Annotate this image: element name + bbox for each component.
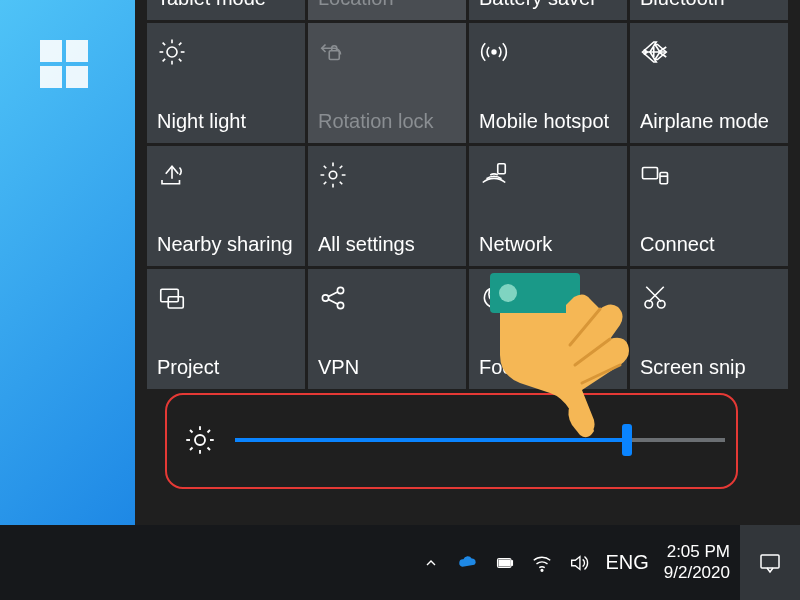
slider-track[interactable] [235, 438, 725, 442]
tile-label: Battery saver [479, 0, 619, 10]
language-indicator[interactable]: ENG [605, 551, 648, 574]
svg-rect-42 [761, 555, 779, 568]
svg-rect-9 [329, 51, 339, 60]
snip-icon [640, 283, 670, 313]
gear-icon [318, 160, 348, 190]
system-tray: ENG 2:05 PM 9/2/2020 [420, 525, 730, 600]
tile-label: Nearby sharing [157, 233, 297, 256]
brightness-icon [185, 425, 215, 455]
svg-line-32 [190, 430, 193, 433]
tile-screen-snip[interactable]: Screen snip [630, 269, 788, 389]
tile-project[interactable]: Project [147, 269, 305, 389]
svg-point-10 [492, 50, 496, 54]
tile-label: Bluetooth [640, 0, 780, 10]
svg-line-7 [163, 59, 166, 62]
tile-battery-saver[interactable]: Battery saver [469, 0, 627, 20]
moon-icon [479, 283, 509, 313]
tile-nearby-sharing[interactable]: Nearby sharing [147, 146, 305, 266]
action-center-button[interactable] [740, 525, 800, 600]
tray-overflow-chevron-icon[interactable] [420, 552, 442, 574]
tile-label: Tablet mode [157, 0, 297, 10]
tile-focus-assist[interactable]: Focus assist [469, 269, 627, 389]
brightness-slider[interactable] [185, 405, 725, 475]
tile-label: Rotation lock [318, 110, 458, 133]
svg-line-33 [208, 448, 211, 451]
hotspot-icon [479, 37, 509, 67]
svg-line-26 [649, 287, 664, 302]
svg-rect-12 [498, 164, 506, 174]
tile-rotation-lock[interactable]: Rotation lock [308, 23, 466, 143]
svg-line-35 [208, 430, 211, 433]
tile-label: VPN [318, 356, 458, 379]
svg-point-11 [329, 171, 337, 179]
tile-bluetooth[interactable]: Bluetooth [630, 0, 788, 20]
project-icon [157, 283, 187, 313]
onedrive-icon[interactable] [457, 552, 479, 574]
taskbar-clock[interactable]: 2:05 PM 9/2/2020 [664, 542, 730, 583]
taskbar: ENG 2:05 PM 9/2/2020 [0, 525, 800, 600]
svg-point-19 [337, 287, 343, 293]
svg-point-18 [322, 295, 328, 301]
svg-rect-39 [511, 560, 513, 565]
desktop-background [0, 0, 135, 525]
tile-label: Network [479, 233, 619, 256]
tile-airplane-mode[interactable]: Airplane mode [630, 23, 788, 143]
tile-vpn[interactable]: VPN [308, 269, 466, 389]
svg-line-25 [646, 287, 661, 302]
tile-label: All settings [318, 233, 458, 256]
quick-actions-grid: Tablet mode Location Battery saver Bluet… [147, 0, 788, 389]
svg-rect-14 [660, 173, 668, 184]
tile-location[interactable]: Location [308, 0, 466, 20]
tile-label: Project [157, 356, 297, 379]
connect-icon [640, 160, 670, 190]
volume-icon[interactable] [568, 552, 590, 574]
slider-fill [235, 438, 627, 442]
rotation-lock-icon [318, 37, 348, 67]
tile-mobile-hotspot[interactable]: Mobile hotspot [469, 23, 627, 143]
svg-line-8 [179, 43, 182, 46]
nearby-sharing-icon [157, 160, 187, 190]
wifi-icon[interactable] [531, 552, 553, 574]
clock-time: 2:05 PM [664, 542, 730, 562]
svg-line-6 [179, 59, 182, 62]
svg-point-0 [167, 47, 177, 57]
tile-label: Connect [640, 233, 780, 256]
svg-line-34 [190, 448, 193, 451]
battery-icon[interactable] [494, 552, 516, 574]
airplane-icon [640, 37, 670, 67]
svg-line-5 [163, 43, 166, 46]
tile-label: Focus assist [479, 356, 619, 379]
windows-logo [40, 40, 90, 90]
svg-line-22 [328, 299, 338, 304]
svg-point-20 [337, 302, 343, 308]
night-light-icon [157, 37, 187, 67]
tile-connect[interactable]: Connect [630, 146, 788, 266]
network-icon [479, 160, 509, 190]
tile-all-settings[interactable]: All settings [308, 146, 466, 266]
slider-thumb[interactable] [622, 424, 632, 456]
svg-rect-40 [499, 560, 510, 566]
tile-label: Airplane mode [640, 110, 780, 133]
svg-rect-16 [161, 289, 179, 302]
tile-tablet-mode[interactable]: Tablet mode [147, 0, 305, 20]
tile-network[interactable]: Network [469, 146, 627, 266]
clock-date: 9/2/2020 [664, 563, 730, 583]
vpn-icon [318, 283, 348, 313]
svg-rect-13 [643, 168, 658, 179]
svg-point-27 [195, 435, 205, 445]
tile-label: Mobile hotspot [479, 110, 619, 133]
tile-label: Screen snip [640, 356, 780, 379]
tile-label: Location [318, 0, 458, 10]
svg-line-21 [328, 292, 338, 297]
tile-label: Night light [157, 110, 297, 133]
tile-night-light[interactable]: Night light [147, 23, 305, 143]
svg-point-41 [542, 569, 544, 571]
